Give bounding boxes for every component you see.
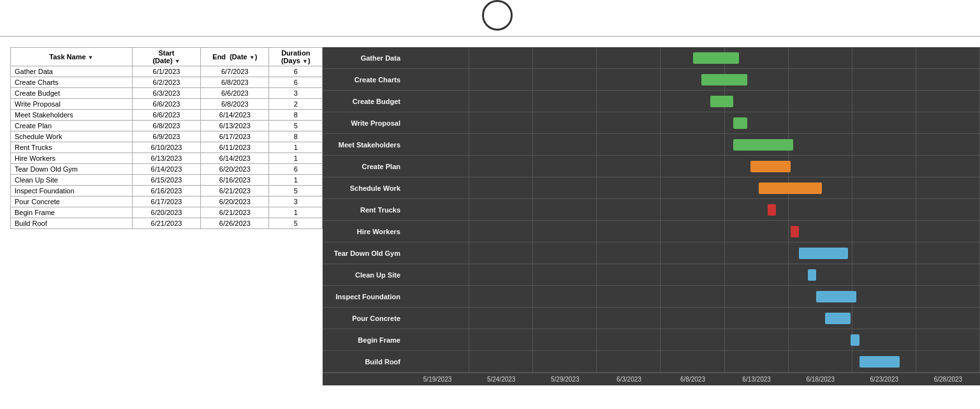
gantt-grid-col [533,242,597,264]
gantt-grid-col [406,351,469,372]
gantt-grid-col [916,308,980,329]
gantt-grid-col [597,199,661,220]
gantt-grid-col [533,308,597,329]
gantt-grid-col [533,69,597,90]
logo-icon [482,0,513,31]
task-name: Pour Concrete [11,197,133,207]
gantt-row-bars [406,351,980,372]
gantt-area: Gather DataCreate ChartsCreate BudgetWri… [323,47,980,385]
gantt-grid-col [597,351,661,372]
gantt-grid-col [406,177,469,198]
filter-icon-start[interactable]: ▼ [175,58,180,64]
table-row: Create Budget 6/3/2023 6/6/2023 3 [11,88,323,99]
task-name: Write Proposal [11,99,133,110]
gantt-grid-col [469,69,533,90]
gantt-grid-col [661,112,724,133]
gantt-grid [406,329,980,350]
gantt-row: Meet Stakeholders [323,134,980,156]
task-name: Meet Stakeholders [11,110,133,121]
gantt-row-bars [406,264,980,285]
gantt-grid-col [597,264,661,285]
task-end: 6/8/2023 [201,99,269,110]
gantt-row: Create Charts [323,69,980,91]
gantt-grid-col [661,308,724,329]
gantt-grid-col [789,112,852,133]
gantt-grid-col [469,177,533,198]
gantt-grid-col [916,112,980,133]
gantt-axis-label: 5/29/2023 [533,376,597,383]
task-name: Create Plan [11,121,133,131]
task-start: 6/17/2023 [132,197,200,207]
gantt-bar [733,139,794,151]
gantt-row-bars [406,134,980,155]
gantt-row-bars [406,112,980,133]
task-end: 6/7/2023 [201,66,269,77]
table-row: Write Proposal 6/6/2023 6/8/2023 2 [11,99,323,110]
gantt-grid-col [661,329,724,350]
task-name: Create Charts [11,77,133,88]
task-start: 6/13/2023 [132,153,200,164]
gantt-grid-col [533,91,597,112]
gantt-grid-col [406,112,469,133]
col-header-end: End (Date ▼) [201,48,269,66]
gantt-grid-col [533,286,597,307]
task-name: Begin Frame [11,207,133,218]
gantt-row: Schedule Work [323,177,980,199]
gantt-grid-col [725,286,789,307]
task-start: 6/9/2023 [132,131,200,142]
task-end: 6/26/2023 [201,218,269,229]
table-row: Inspect Foundation 6/16/2023 6/21/2023 5 [11,186,323,197]
gantt-grid-col [406,221,469,242]
task-duration: 3 [269,88,323,99]
task-end: 6/21/2023 [201,186,269,197]
gantt-axis-spacer [323,376,406,383]
gantt-grid-col [469,264,533,285]
filter-icon-name[interactable]: ▼ [88,54,94,61]
gantt-grid-col [533,221,597,242]
gantt-grid-col [469,112,533,133]
gantt-grid [406,112,980,133]
gantt-grid-col [789,91,852,112]
gantt-grid-col [661,199,724,220]
gantt-grid-col [852,134,916,155]
gantt-grid-col [661,134,724,155]
gantt-axis-label: 6/28/2023 [916,376,980,383]
header-info [0,10,20,21]
gantt-row: Create Plan [323,156,980,177]
table-row: Meet Stakeholders 6/6/2023 6/14/2023 8 [11,110,323,121]
task-duration: 2 [269,99,323,110]
gantt-row-label: Create Charts [323,76,406,84]
gantt-grid-col [597,221,661,242]
gantt-row-label: Gather Data [323,54,406,62]
gantt-axis-label: 6/3/2023 [597,376,661,383]
task-table: Task Name ▼ Start(Date) ▼ End (Date ▼) D… [10,47,323,229]
gantt-bar [791,226,800,237]
gantt-grid-col [406,308,469,329]
gantt-grid-col [852,199,916,220]
task-end: 6/6/2023 [201,88,269,99]
gantt-grid-col [789,264,852,285]
gantt-grid-col [725,308,789,329]
gantt-grid-col [597,47,661,68]
filter-icon-end[interactable]: ▼ [249,54,255,61]
gantt-grid-col [789,134,852,155]
filter-icon-dur[interactable]: ▼ [302,58,308,64]
gantt-grid-col [469,91,533,112]
task-table-container: Task Name ▼ Start(Date) ▼ End (Date ▼) D… [10,47,323,385]
gantt-axis-label: 5/19/2023 [406,376,469,383]
table-row: Begin Frame 6/20/2023 6/21/2023 1 [11,207,323,218]
gantt-row-bars [406,47,980,68]
gantt-grid-col [533,199,597,220]
gantt-grid-col [597,242,661,264]
logo-area [20,0,980,31]
task-start: 6/1/2023 [132,66,200,77]
gantt-grid-col [852,156,916,177]
gantt-grid-col [916,242,980,264]
gantt-grid-col [469,156,533,177]
gantt-rows: Gather DataCreate ChartsCreate BudgetWri… [323,47,980,373]
gantt-grid-col [469,286,533,307]
task-duration: 1 [269,207,323,218]
gantt-row-label: Hire Workers [323,228,406,235]
top-bar [0,0,980,36]
task-duration: 6 [269,77,323,88]
